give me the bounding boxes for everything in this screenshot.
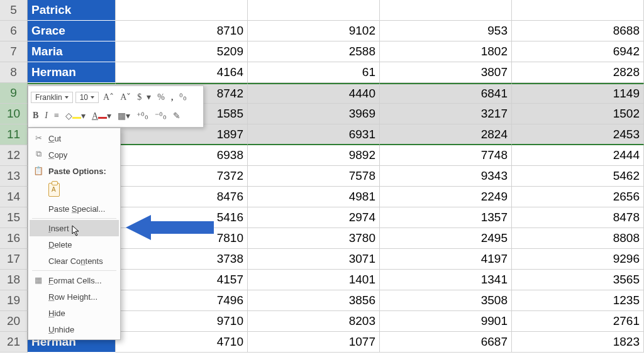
data-cell[interactable]: 9343 — [380, 166, 512, 187]
data-cell[interactable] — [116, 0, 248, 21]
ctx-paste-special[interactable]: Paste Special... — [30, 200, 119, 217]
row-header[interactable]: 21 — [0, 332, 28, 353]
data-cell[interactable]: 5209 — [116, 41, 248, 62]
ctx-unhide[interactable]: Unhide — [30, 321, 119, 337]
ctx-copy[interactable]: ⧉ Copy — [30, 146, 119, 163]
data-cell[interactable]: 7496 — [116, 290, 248, 311]
data-cell[interactable]: 4197 — [380, 249, 512, 270]
data-cell[interactable]: 6931 — [248, 124, 380, 145]
paste-option-keep-source[interactable]: A — [48, 183, 60, 197]
data-cell[interactable]: 8688 — [512, 21, 644, 41]
data-cell[interactable]: 2828 — [512, 62, 644, 83]
format-painter-button[interactable]: ✎ — [171, 109, 182, 123]
data-cell[interactable]: 3565 — [512, 270, 644, 290]
row-header[interactable]: 19 — [0, 290, 28, 311]
ctx-clear-contents[interactable]: Clear Contents — [30, 253, 119, 269]
data-cell[interactable]: 8710 — [116, 21, 248, 41]
row-header[interactable]: 9 — [0, 83, 28, 104]
decrease-decimal-button[interactable]: ⁻⁰₀ — [153, 109, 169, 123]
data-cell[interactable]: 8478 — [512, 207, 644, 228]
data-cell[interactable]: 7372 — [116, 166, 248, 187]
data-cell[interactable]: 8808 — [512, 228, 644, 249]
row-header[interactable]: 6 — [0, 21, 28, 41]
data-cell[interactable]: 9296 — [512, 249, 644, 270]
data-cell[interactable] — [512, 0, 644, 21]
data-cell[interactable] — [380, 0, 512, 21]
row-header[interactable]: 13 — [0, 166, 28, 187]
row-header[interactable]: 12 — [0, 145, 28, 166]
font-color-button[interactable]: A▾ — [90, 109, 113, 123]
row-header[interactable]: 17 — [0, 249, 28, 270]
data-cell[interactable]: 1149 — [512, 83, 644, 104]
data-cell[interactable]: 4440 — [248, 83, 380, 104]
data-cell[interactable]: 4710 — [116, 332, 248, 353]
data-cell[interactable]: 6841 — [380, 83, 512, 104]
data-cell[interactable]: 2453 — [512, 124, 644, 145]
data-cell[interactable]: 1401 — [248, 270, 380, 290]
fill-color-button[interactable]: ◇▾ — [64, 109, 87, 123]
data-cell[interactable]: 2495 — [380, 228, 512, 249]
data-cell[interactable]: 9892 — [248, 145, 380, 166]
data-cell[interactable] — [248, 0, 380, 21]
data-cell[interactable]: 4164 — [116, 62, 248, 83]
decimal-icon[interactable]: ⁰₀ — [177, 90, 189, 104]
data-cell[interactable]: 2588 — [248, 41, 380, 62]
data-cell[interactable]: 3807 — [380, 62, 512, 83]
data-cell[interactable]: 4157 — [116, 270, 248, 290]
row-header[interactable]: 8 — [0, 62, 28, 83]
data-cell[interactable]: 3780 — [248, 228, 380, 249]
data-cell[interactable]: 3969 — [248, 104, 380, 124]
name-cell[interactable]: Patrick — [28, 0, 116, 21]
ctx-insert[interactable]: Insert — [30, 220, 119, 236]
data-cell[interactable]: 5462 — [512, 166, 644, 187]
data-cell[interactable]: 3071 — [248, 249, 380, 270]
ctx-format-cells[interactable]: ▦ Format Cells... — [30, 272, 119, 288]
row-header[interactable]: 10 — [0, 104, 28, 124]
name-cell[interactable]: Herman — [28, 62, 116, 83]
data-cell[interactable]: 1341 — [380, 270, 512, 290]
ctx-cut[interactable]: ✂ Cut — [30, 130, 119, 146]
data-cell[interactable]: 2824 — [380, 124, 512, 145]
italic-button[interactable]: I — [43, 109, 50, 122]
underline-button[interactable]: ≡ — [52, 109, 61, 122]
data-cell[interactable]: 3508 — [380, 290, 512, 311]
data-cell[interactable]: 1802 — [380, 41, 512, 62]
data-cell[interactable]: 7578 — [248, 166, 380, 187]
data-cell[interactable]: 2656 — [512, 187, 644, 207]
ctx-row-height[interactable]: Row Height... — [30, 288, 119, 305]
row-header[interactable]: 5 — [0, 0, 28, 21]
data-cell[interactable]: 1823 — [512, 332, 644, 353]
data-cell[interactable]: 6687 — [380, 332, 512, 353]
comma-format-button[interactable]: , — [169, 91, 175, 104]
data-cell[interactable]: 2444 — [512, 145, 644, 166]
row-header[interactable]: 14 — [0, 187, 28, 207]
data-cell[interactable]: 1077 — [248, 332, 380, 353]
row-header[interactable]: 16 — [0, 228, 28, 249]
font-name-select[interactable]: Franklin — [31, 92, 73, 103]
data-cell[interactable]: 1357 — [380, 207, 512, 228]
percent-format-button[interactable]: % — [155, 91, 167, 104]
data-cell[interactable]: 9710 — [116, 311, 248, 332]
row-header[interactable]: 20 — [0, 311, 28, 332]
data-cell[interactable]: 61 — [248, 62, 380, 83]
row-header[interactable]: 18 — [0, 270, 28, 290]
currency-format-button[interactable]: $ — [135, 91, 143, 104]
decrease-font-button[interactable]: A˅ — [118, 90, 133, 104]
data-cell[interactable]: 1235 — [512, 290, 644, 311]
data-cell[interactable]: 6938 — [116, 145, 248, 166]
row-header[interactable]: 11 — [0, 124, 28, 145]
data-cell[interactable]: 9102 — [248, 21, 380, 41]
data-cell[interactable]: 2249 — [380, 187, 512, 207]
data-cell[interactable]: 3856 — [248, 290, 380, 311]
data-cell[interactable]: 6942 — [512, 41, 644, 62]
data-cell[interactable]: 9901 — [380, 311, 512, 332]
data-cell[interactable]: 4981 — [248, 187, 380, 207]
increase-font-button[interactable]: A˄ — [101, 90, 116, 104]
bold-button[interactable]: B — [31, 109, 40, 122]
data-cell[interactable]: 8203 — [248, 311, 380, 332]
row-header[interactable]: 15 — [0, 207, 28, 228]
name-cell[interactable]: Maria — [28, 41, 116, 62]
data-cell[interactable]: 1502 — [512, 104, 644, 124]
name-cell[interactable]: Grace — [28, 21, 116, 41]
ctx-delete[interactable]: Delete — [30, 236, 119, 253]
